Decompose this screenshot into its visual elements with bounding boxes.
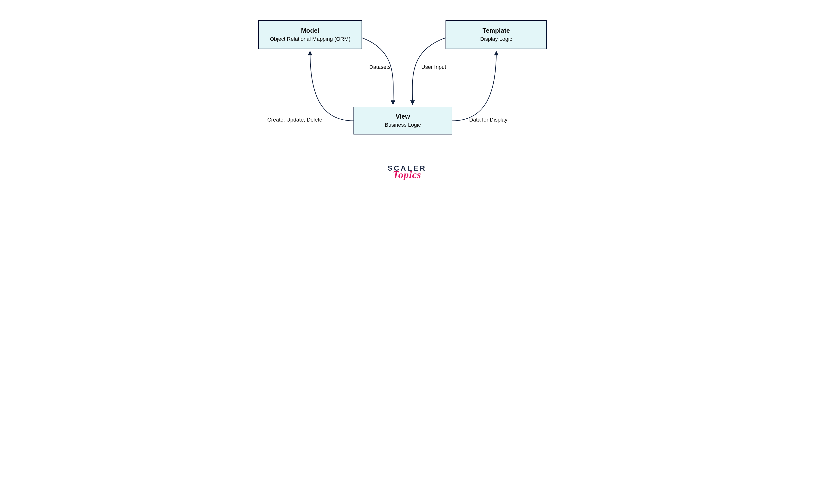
scaler-topics-logo: SCALER Topics bbox=[386, 164, 428, 180]
edge-user-input bbox=[412, 38, 446, 104]
model-box: Model Object Relational Mapping (ORM) bbox=[258, 20, 362, 49]
edge-label-user-input: User Input bbox=[421, 64, 446, 70]
edge-label-datasets: Datasets bbox=[369, 64, 391, 70]
view-title: View bbox=[396, 113, 410, 120]
edge-datasets bbox=[362, 38, 393, 104]
edge-label-cud: Create, Update, Delete bbox=[267, 117, 322, 123]
model-title: Model bbox=[301, 27, 319, 34]
view-box: View Business Logic bbox=[353, 107, 452, 134]
model-subtitle: Object Relational Mapping (ORM) bbox=[270, 36, 350, 42]
edge-cud bbox=[310, 51, 353, 121]
template-title: Template bbox=[482, 27, 510, 34]
view-subtitle: Business Logic bbox=[385, 122, 421, 128]
edge-label-data-display: Data for Display bbox=[469, 117, 508, 123]
edge-data-display bbox=[452, 51, 496, 121]
template-box: Template Display Logic bbox=[446, 20, 547, 49]
template-subtitle: Display Logic bbox=[480, 36, 512, 42]
diagram-canvas: Model Object Relational Mapping (ORM) Te… bbox=[232, 0, 598, 223]
